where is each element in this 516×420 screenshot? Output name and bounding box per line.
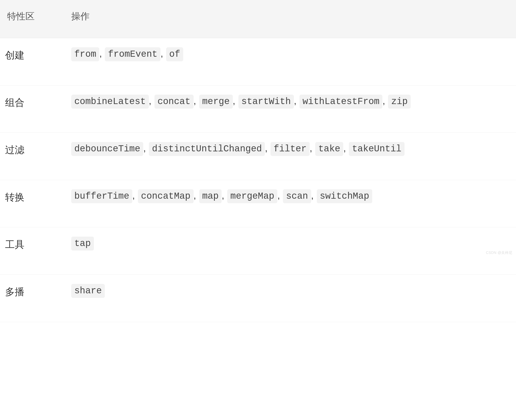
operator-tag: debounceTime bbox=[71, 142, 143, 156]
table-row: 多播share bbox=[0, 275, 516, 322]
operator-tag: fromEvent bbox=[105, 47, 160, 61]
operator-tag: scan bbox=[283, 189, 311, 203]
operator-tag: share bbox=[71, 284, 105, 298]
operator-tag: merge bbox=[199, 95, 233, 109]
operator-tag: takeUntil bbox=[349, 142, 404, 156]
row-operations: share bbox=[71, 275, 516, 322]
operator-tag: bufferTime bbox=[71, 189, 132, 203]
row-operations: bufferTime, concatMap, map, mergeMap, sc… bbox=[71, 180, 516, 227]
separator: , bbox=[233, 96, 238, 106]
operator-tag: switchMap bbox=[317, 189, 372, 203]
operator-tag: concatMap bbox=[138, 189, 193, 203]
separator: , bbox=[311, 190, 316, 201]
row-category: 过滤 bbox=[0, 133, 71, 180]
separator: , bbox=[143, 143, 148, 153]
table-row: 工具tap bbox=[0, 227, 516, 275]
separator: , bbox=[265, 143, 270, 153]
operator-tag: map bbox=[199, 189, 222, 203]
row-category: 转换 bbox=[0, 180, 71, 227]
separator: , bbox=[222, 190, 227, 201]
separator: , bbox=[194, 96, 199, 106]
row-category: 工具 bbox=[0, 227, 71, 275]
operator-tag: zip bbox=[388, 95, 411, 109]
separator: , bbox=[310, 143, 315, 153]
row-operations: from, fromEvent, of bbox=[71, 38, 516, 85]
table-row: 创建from, fromEvent, of bbox=[0, 38, 516, 85]
operator-tag: filter bbox=[270, 142, 310, 156]
separator: , bbox=[149, 96, 154, 106]
operator-tag: take bbox=[315, 142, 343, 156]
table-row: 过滤debounceTime, distinctUntilChanged, fi… bbox=[0, 133, 516, 180]
operator-tag: of bbox=[166, 47, 183, 61]
operator-tag: withLatestFrom bbox=[299, 95, 382, 109]
table-row: 组合combineLatest, concat, merge, startWit… bbox=[0, 85, 516, 133]
row-operations: debounceTime, distinctUntilChanged, filt… bbox=[71, 133, 516, 180]
separator: , bbox=[161, 48, 166, 59]
separator: , bbox=[99, 48, 104, 59]
watermark: CSDN @吴梓尼 bbox=[486, 251, 512, 255]
table-header-row: 特性区 操作 bbox=[0, 0, 516, 38]
table-row: 转换bufferTime, concatMap, map, mergeMap, … bbox=[0, 180, 516, 227]
row-category: 组合 bbox=[0, 85, 71, 133]
separator: , bbox=[294, 96, 299, 106]
separator: , bbox=[277, 190, 282, 201]
operator-tag: tap bbox=[71, 237, 94, 251]
separator: , bbox=[382, 96, 388, 106]
header-category: 特性区 bbox=[0, 0, 71, 38]
row-operations: combineLatest, concat, merge, startWith,… bbox=[71, 85, 516, 133]
operator-tag: distinctUntilChanged bbox=[149, 142, 265, 156]
separator: , bbox=[194, 190, 199, 201]
row-category: 多播 bbox=[0, 275, 71, 322]
operator-tag: combineLatest bbox=[71, 95, 149, 109]
operator-tag: mergeMap bbox=[227, 189, 277, 203]
operator-tag: concat bbox=[154, 95, 194, 109]
row-category: 创建 bbox=[0, 38, 71, 85]
operators-table: 特性区 操作 创建from, fromEvent, of组合combineLat… bbox=[0, 0, 516, 322]
operator-tag: startWith bbox=[238, 95, 294, 109]
separator: , bbox=[343, 143, 348, 153]
operator-tag: from bbox=[71, 47, 99, 61]
separator: , bbox=[132, 190, 137, 201]
row-operations: tap bbox=[71, 227, 516, 275]
header-operations: 操作 bbox=[71, 0, 516, 38]
